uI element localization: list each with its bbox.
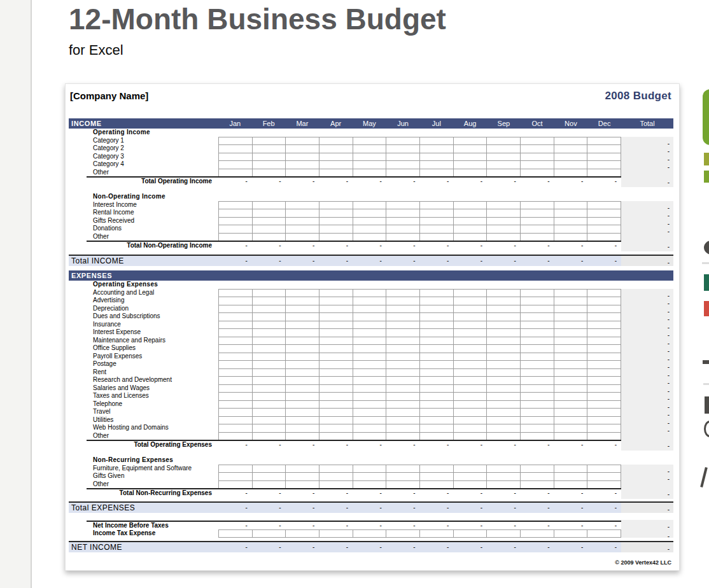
row-label: Category 4 bbox=[69, 160, 218, 169]
spreadsheet-cell bbox=[521, 209, 554, 217]
dash-value: - bbox=[218, 522, 252, 529]
spreadsheet-cell bbox=[319, 153, 353, 161]
dash-value: - bbox=[286, 257, 319, 265]
input-cells bbox=[218, 376, 621, 384]
spreadsheet-cell bbox=[319, 384, 353, 393]
spreadsheet-cell bbox=[286, 137, 319, 145]
dash-value: - bbox=[420, 242, 454, 249]
spreadsheet-cell bbox=[487, 209, 521, 217]
spreadsheet-cell bbox=[319, 337, 353, 345]
spreadsheet-cell bbox=[353, 312, 387, 321]
download-link-fragment-1[interactable] bbox=[704, 153, 709, 165]
spreadsheet-cell bbox=[218, 160, 253, 169]
dash-value: - bbox=[554, 178, 588, 185]
input-cells bbox=[218, 225, 621, 233]
month-col-header: Nov bbox=[554, 118, 588, 129]
empty-total bbox=[621, 281, 673, 289]
dash-value: - bbox=[453, 257, 487, 265]
input-cells bbox=[218, 432, 621, 440]
spreadsheet-cell bbox=[253, 225, 286, 233]
spreadsheet-cell bbox=[319, 432, 353, 440]
spreadsheet-cell bbox=[587, 137, 621, 145]
spreadsheet-cell bbox=[319, 424, 353, 432]
dash-value: - bbox=[668, 243, 673, 251]
row-total-cell: - bbox=[621, 384, 673, 393]
spreadsheet-cell bbox=[218, 465, 253, 473]
input-cells bbox=[218, 368, 621, 377]
spreadsheet-cell bbox=[286, 416, 319, 424]
spreadsheet-cell bbox=[253, 217, 286, 225]
spreadsheet-cell bbox=[286, 233, 319, 241]
spreadsheet-cell bbox=[420, 480, 454, 489]
expense-row: Gifts Given - bbox=[69, 472, 673, 480]
sheet-header: [Company Name] 2008 Budget bbox=[69, 90, 679, 101]
spreadsheet-cell bbox=[554, 416, 588, 424]
income-row: Other - bbox=[69, 233, 673, 241]
empty-total bbox=[621, 456, 673, 465]
expense-row: Accounting and Legal - bbox=[69, 289, 673, 297]
spreadsheet-cell bbox=[521, 408, 554, 416]
spreadsheet-cell bbox=[286, 344, 319, 353]
download-button-fragment[interactable] bbox=[703, 89, 709, 145]
spreadsheet-cell bbox=[286, 297, 319, 305]
input-cells bbox=[218, 360, 621, 368]
spreadsheet-cell bbox=[487, 233, 521, 241]
spreadsheet-cell bbox=[554, 144, 588, 153]
spreadsheet-cell bbox=[521, 144, 554, 153]
spreadsheet-cell bbox=[454, 160, 488, 169]
spreadsheet-cell bbox=[454, 201, 488, 209]
dash-value: - bbox=[453, 522, 487, 529]
spreadsheet-cell bbox=[253, 312, 286, 321]
spreadsheet-cell bbox=[386, 465, 420, 473]
row-label: Office Supplies bbox=[69, 344, 218, 353]
spreadsheet-cell bbox=[554, 337, 588, 345]
dash-value: - bbox=[218, 504, 252, 512]
spreadsheet-cell bbox=[286, 400, 319, 409]
dash-value: - bbox=[252, 441, 286, 449]
spreadsheet-cell bbox=[420, 233, 454, 241]
dash-value: - bbox=[319, 489, 353, 497]
spreadsheet-cell bbox=[319, 312, 353, 321]
dash-value: - bbox=[587, 543, 621, 551]
spreadsheet-cell bbox=[587, 400, 621, 409]
spreadsheet-cell bbox=[587, 201, 621, 209]
dash-value: - bbox=[319, 441, 353, 449]
dash-value: - bbox=[487, 257, 521, 265]
spreadsheet-cell bbox=[554, 169, 588, 177]
spreadsheet-cell bbox=[319, 160, 353, 169]
spreadsheet-cell bbox=[454, 472, 488, 480]
subheader-row: Operating Expenses bbox=[69, 281, 673, 289]
row-label: Accounting and Legal bbox=[69, 289, 218, 297]
spreadsheet-cell bbox=[487, 201, 521, 209]
dash-value: - bbox=[218, 178, 252, 185]
dash-value: - bbox=[453, 489, 487, 497]
download-link-fragment-2[interactable] bbox=[704, 171, 709, 183]
spreadsheet-cell bbox=[487, 321, 521, 329]
spreadsheet-cell bbox=[454, 328, 488, 337]
spreadsheet-cell bbox=[420, 376, 454, 384]
spreadsheet-cell bbox=[487, 472, 521, 480]
spreadsheet-cell bbox=[353, 529, 387, 538]
spreadsheet-cell bbox=[386, 376, 420, 384]
spreadsheet-cell bbox=[319, 472, 353, 480]
spreadsheet-cell bbox=[253, 529, 286, 538]
spreadsheet-cell bbox=[487, 384, 521, 393]
file-type-icon-fragment[interactable] bbox=[704, 301, 709, 316]
spreadsheet-cell bbox=[587, 305, 621, 313]
excel-file-icon-fragment[interactable] bbox=[704, 274, 709, 291]
dash-value: - bbox=[521, 441, 554, 449]
dash-value: - bbox=[420, 543, 454, 551]
dash-value: - bbox=[353, 257, 386, 265]
spreadsheet-cell bbox=[386, 137, 420, 145]
row-total-cell: - bbox=[621, 439, 673, 451]
spreadsheet-cell bbox=[420, 424, 454, 432]
month-col-header: Jan bbox=[218, 118, 252, 129]
subheader-label: Non-Operating Income bbox=[69, 193, 218, 201]
spreadsheet-cell bbox=[386, 312, 420, 321]
dash-value: - bbox=[386, 489, 420, 497]
spreadsheet-cell bbox=[420, 144, 454, 153]
spreadsheet-cell bbox=[353, 225, 387, 233]
income-row: Gifts Received - bbox=[69, 217, 673, 225]
spreadsheet-cell bbox=[587, 472, 621, 480]
spreadsheet-cell bbox=[353, 424, 387, 432]
